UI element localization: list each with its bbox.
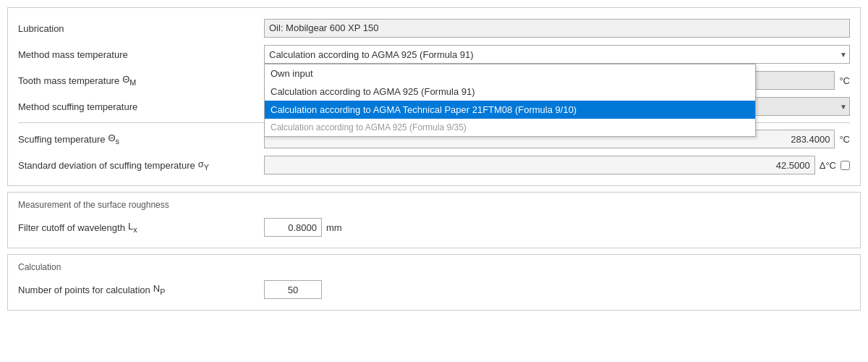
std-deviation-label-text: Standard deviation of scuffing temperatu… bbox=[18, 160, 195, 171]
lubrication-value: Oil: Mobilgear 600 XP 150 bbox=[264, 19, 850, 38]
scuffing-temp-label: Scuffing temperature Θs bbox=[18, 132, 264, 146]
filter-cutoff-unit: mm bbox=[326, 222, 342, 233]
filter-cutoff-row: Filter cutoff of wavelength Lx mm bbox=[18, 214, 850, 240]
num-points-label-text: Number of points for calculation bbox=[18, 285, 150, 295]
dropdown-item-agma925[interactable]: Calculation according to AGMA 925 (Formu… bbox=[265, 83, 755, 101]
filter-cutoff-content: mm bbox=[264, 218, 850, 237]
dropdown-item-agma-21ftm08[interactable]: Calculation according to AGMA Technical … bbox=[265, 101, 755, 119]
main-form: Lubrication Oil: Mobilgear 600 XP 150 Me… bbox=[7, 7, 861, 186]
method-mass-temp-label: Method mass temperature bbox=[18, 49, 264, 60]
dropdown-item-own-input[interactable]: Own input bbox=[265, 64, 755, 83]
std-deviation-label: Standard deviation of scuffing temperatu… bbox=[18, 159, 264, 172]
method-mass-temp-row: Method mass temperature Calculation acco… bbox=[18, 41, 850, 67]
lubrication-label: Lubrication bbox=[18, 23, 264, 34]
tooth-mass-temp-unit: °C bbox=[839, 75, 850, 86]
method-mass-temp-content: Calculation according to AGMA 925 (Formu… bbox=[264, 45, 850, 64]
filter-cutoff-label: Filter cutoff of wavelength Lx bbox=[18, 221, 264, 234]
method-mass-temp-select-wrapper: Calculation according to AGMA 925 (Formu… bbox=[264, 45, 850, 64]
num-points-label: Number of points for calculation NP bbox=[18, 283, 264, 296]
num-points-input[interactable] bbox=[264, 280, 322, 299]
std-deviation-checkbox-wrapper bbox=[841, 161, 850, 170]
lubrication-content: Oil: Mobilgear 600 XP 150 bbox=[264, 19, 850, 38]
tooth-mass-temp-label-text: Tooth mass temperature bbox=[18, 75, 119, 86]
tooth-mass-temp-symbol: ΘM bbox=[122, 74, 136, 87]
lubrication-label-text: Lubrication bbox=[18, 23, 64, 34]
scuffing-temp-symbol: Θs bbox=[108, 132, 119, 146]
scuffing-temp-label-text: Scuffing temperature bbox=[18, 134, 105, 145]
std-deviation-input[interactable] bbox=[264, 156, 815, 174]
method-mass-temp-dropdown: Own input Calculation according to AGMA … bbox=[264, 64, 756, 137]
method-scuffing-temp-label-text: Method scuffing temperature bbox=[18, 101, 137, 112]
std-deviation-checkbox[interactable] bbox=[841, 161, 850, 170]
filter-cutoff-label-text: Filter cutoff of wavelength bbox=[18, 222, 125, 233]
method-mass-temp-label-text: Method mass temperature bbox=[18, 49, 128, 60]
std-deviation-row: Standard deviation of scuffing temperatu… bbox=[18, 152, 850, 178]
calculation-section: Calculation Number of points for calcula… bbox=[7, 254, 861, 311]
std-deviation-symbol: σY bbox=[198, 159, 209, 172]
num-points-symbol: NP bbox=[153, 283, 166, 296]
tooth-mass-temp-label: Tooth mass temperature ΘM bbox=[18, 74, 264, 87]
method-mass-temp-display[interactable]: Calculation according to AGMA 925 (Formu… bbox=[264, 45, 850, 64]
num-points-content bbox=[264, 280, 850, 299]
dropdown-item-agma-935[interactable]: Calculation according to AGMA 925 (Formu… bbox=[265, 119, 755, 136]
lubrication-row: Lubrication Oil: Mobilgear 600 XP 150 bbox=[18, 15, 850, 41]
surface-roughness-section: Measurement of the surface roughness Fil… bbox=[7, 192, 861, 248]
filter-cutoff-input[interactable] bbox=[264, 218, 322, 237]
std-deviation-content: Δ°C bbox=[264, 156, 850, 174]
scuffing-temp-unit: °C bbox=[839, 134, 850, 145]
calculation-title: Calculation bbox=[18, 262, 850, 272]
std-deviation-unit: Δ°C bbox=[820, 160, 836, 171]
surface-roughness-title: Measurement of the surface roughness bbox=[18, 200, 850, 210]
filter-cutoff-symbol: Lx bbox=[128, 221, 137, 234]
num-points-row: Number of points for calculation NP bbox=[18, 277, 850, 303]
method-scuffing-temp-label: Method scuffing temperature bbox=[18, 101, 264, 112]
